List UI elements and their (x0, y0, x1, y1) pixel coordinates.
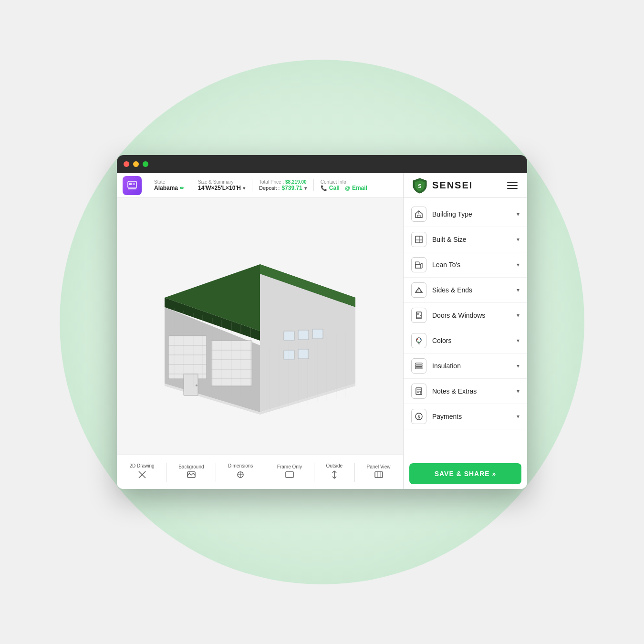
size-value: 14'W×25'L×10'H ▾ (198, 185, 245, 191)
deposit-value: Deposit : $739.71 ▾ (259, 185, 307, 191)
close-dot[interactable] (124, 161, 129, 167)
insulation-label: Insulation (432, 362, 511, 370)
hamburger-line-1 (507, 182, 518, 183)
svg-rect-59 (375, 472, 383, 478)
price-label: Total Price : $8,219.00 (259, 179, 307, 185)
deposit-chevron-icon[interactable]: ▾ (304, 186, 307, 191)
hamburger-menu[interactable] (505, 180, 519, 191)
svg-rect-69 (415, 264, 420, 268)
svg-rect-53 (286, 472, 293, 478)
svg-point-22 (196, 384, 197, 386)
svg-point-79 (420, 315, 421, 316)
menu-item-building-type[interactable]: Building Type ▾ (404, 202, 527, 227)
building-type-icon (411, 207, 426, 222)
tool-outside-label: Outside (326, 463, 343, 468)
svg-rect-27 (298, 349, 309, 359)
sensei-logo: S SENSEI (411, 177, 473, 194)
built-size-icon (411, 232, 426, 247)
size-section: Size & Summary 14'W×25'L×10'H ▾ (191, 179, 252, 191)
state-edit-icon[interactable]: ✏ (180, 185, 184, 191)
svg-rect-85 (415, 363, 422, 364)
sides-ends-icon (411, 282, 426, 298)
svg-rect-1 (129, 183, 132, 185)
payments-chevron: ▾ (517, 413, 519, 420)
bottom-toolbar: 2D Drawing Background (117, 455, 403, 489)
menu-item-sides-ends[interactable]: Sides & Ends ▾ (404, 278, 527, 303)
svg-text:S: S (418, 183, 421, 189)
tool-dimensions[interactable]: Dimensions (224, 460, 257, 484)
doors-windows-chevron: ▾ (517, 312, 519, 319)
state-value: Alabama ✏ (154, 185, 184, 191)
svg-rect-16 (211, 341, 252, 386)
maximize-dot[interactable] (143, 161, 148, 167)
hamburger-line-2 (507, 185, 518, 186)
building-type-label: Building Type (432, 210, 511, 218)
state-label: State (154, 179, 184, 185)
tool-panel-view[interactable]: Panel View (363, 461, 395, 483)
titlebar (117, 155, 527, 173)
notes-extras-chevron: ▾ (517, 388, 519, 395)
tool-outside-icon (331, 470, 338, 481)
left-panel: State Alabama ✏ Size & Summary 14'W×25'L… (117, 173, 403, 489)
svg-point-49 (188, 473, 190, 474)
doors-windows-icon (411, 308, 426, 323)
svg-rect-0 (128, 181, 136, 188)
separator (354, 463, 355, 482)
svg-rect-66 (415, 236, 422, 243)
svg-rect-21 (184, 374, 198, 395)
3d-viewer (117, 198, 403, 455)
size-chevron-icon[interactable]: ▾ (243, 186, 245, 191)
tool-background[interactable]: Background (175, 461, 208, 483)
size-label: Size & Summary (198, 179, 245, 185)
svg-rect-24 (298, 330, 309, 340)
svg-rect-26 (284, 350, 294, 360)
tool-2d-drawing[interactable]: 2D Drawing (125, 460, 158, 484)
building-3d (126, 208, 394, 445)
menu-item-notes-extras[interactable]: Notes & Extras ▾ (404, 379, 527, 404)
contact-value: 📞 Call @ Email (321, 185, 367, 191)
svg-point-83 (420, 339, 421, 340)
contact-label: Contact Info (321, 179, 367, 185)
svg-text:$: $ (417, 415, 420, 419)
menu-item-doors-windows[interactable]: Doors & Windows ▾ (404, 303, 527, 328)
hamburger-line-3 (507, 188, 518, 189)
top-toolbar: State Alabama ✏ Size & Summary 14'W×25'L… (117, 173, 403, 198)
colors-label: Colors (432, 337, 511, 344)
minimize-dot[interactable] (133, 161, 139, 167)
svg-rect-86 (415, 365, 422, 367)
save-share-button[interactable]: SAVE & SHARE » (409, 463, 521, 484)
phone-icon: 📞 (321, 185, 327, 191)
menu-item-lean-tos[interactable]: Lean To's ▾ (404, 252, 527, 278)
tool-2d-icon (138, 470, 146, 481)
tool-frame-only[interactable]: Frame Only (273, 461, 306, 483)
svg-rect-2 (133, 183, 135, 185)
background-circle: State Alabama ✏ Size & Summary 14'W×25'L… (60, 60, 584, 584)
app-window: State Alabama ✏ Size & Summary 14'W×25'L… (117, 155, 527, 489)
app-body: State Alabama ✏ Size & Summary 14'W×25'L… (117, 173, 527, 489)
insulation-icon (411, 358, 426, 374)
tool-dim-icon (236, 470, 245, 481)
tool-outside[interactable]: Outside (322, 460, 346, 484)
lean-tos-label: Lean To's (432, 261, 511, 269)
sensei-shield-icon: S (411, 177, 428, 194)
insulation-chevron: ▾ (517, 363, 519, 369)
contact-section: Contact Info 📞 Call @ Email (314, 179, 374, 191)
notes-extras-label: Notes & Extras (432, 387, 511, 395)
svg-rect-23 (284, 331, 294, 341)
brand-name: SENSEI (432, 180, 473, 191)
menu-item-insulation[interactable]: Insulation ▾ (404, 353, 527, 379)
separator (265, 463, 265, 482)
doors-windows-label: Doors & Windows (432, 312, 511, 319)
menu-item-payments[interactable]: $ Payments ▾ (404, 404, 527, 429)
tool-dim-label: Dimensions (228, 463, 253, 468)
sides-ends-chevron: ▾ (517, 287, 519, 293)
right-panel: S SENSEI (403, 173, 527, 489)
svg-point-82 (417, 339, 418, 340)
menu-item-colors[interactable]: Colors ▾ (404, 328, 527, 353)
building-type-chevron: ▾ (517, 211, 519, 218)
svg-rect-78 (417, 313, 419, 315)
tool-2d-label: 2D Drawing (129, 463, 154, 468)
menu-item-built-size[interactable]: Built & Size ▾ (404, 227, 527, 252)
sides-ends-label: Sides & Ends (432, 286, 511, 294)
tool-frame-label: Frame Only (277, 464, 302, 469)
